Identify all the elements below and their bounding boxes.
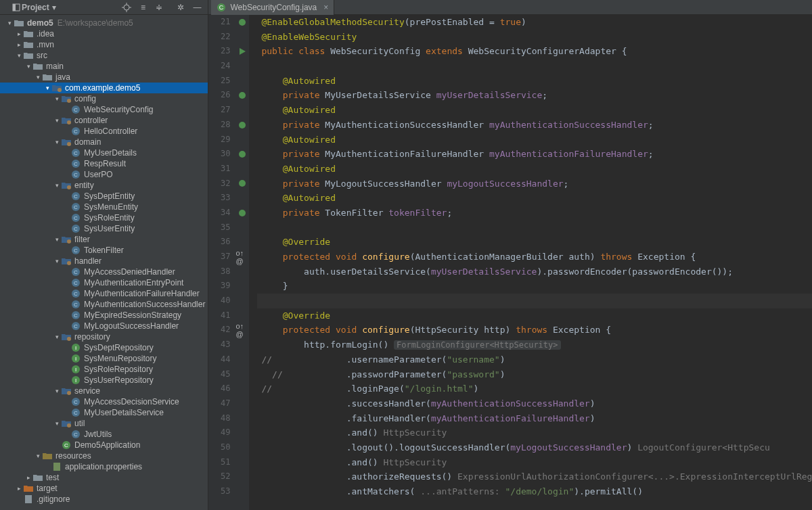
code-line-43[interactable]: http.formLogin() FormLoginConfigurer<Htt… xyxy=(257,338,812,352)
tree-item-userpo[interactable]: CUserPO xyxy=(0,169,208,180)
hide-icon[interactable]: — xyxy=(191,2,202,13)
collapse-all-icon[interactable]: ≑ xyxy=(154,2,164,13)
code-line-48[interactable]: .failureHandler(myAuthenticationFailureH… xyxy=(257,411,812,426)
code-line-35[interactable] xyxy=(257,221,812,235)
code-line-25[interactable]: @Autowired xyxy=(257,74,812,89)
tree-item-handler[interactable]: ▾handler xyxy=(0,256,208,266)
editor-tab[interactable]: C WebSecurityConfig.java × xyxy=(211,0,334,15)
code-line-51[interactable]: .and() HttpSecurity xyxy=(257,455,812,470)
code-line-27[interactable]: @Autowired xyxy=(257,103,812,118)
code-line-32[interactable]: private MyLogoutSuccessHandler myLogoutS… xyxy=(257,177,812,191)
tree-item-myaccessdecisionservice[interactable]: CMyAccessDecisionService xyxy=(0,396,208,407)
code-line-38[interactable]: auth.userDetailsService(myUserDetailsSer… xyxy=(257,264,812,279)
gutter-icon-line-28[interactable] xyxy=(235,118,249,133)
code-line-21[interactable]: @EnableGlobalMethodSecurity(prePostEnabl… xyxy=(257,15,812,30)
tab-close-icon[interactable]: × xyxy=(323,3,328,12)
tree-item-com-example-demo5[interactable]: ▾com.example.demo5 xyxy=(0,83,208,93)
tree-item-repository[interactable]: ▾repository xyxy=(0,331,208,342)
code-line-24[interactable] xyxy=(257,59,812,74)
tree-item-mylogoutsuccesshandler[interactable]: CMyLogoutSuccessHandler xyxy=(0,321,208,331)
tree-item-entity[interactable]: ▾entity xyxy=(0,180,208,191)
code-line-22[interactable]: @EnableWebSecurity xyxy=(257,30,812,45)
code-line-40[interactable] xyxy=(257,294,812,308)
code-line-34[interactable]: private TokenFilter tokenFilter; xyxy=(257,206,812,221)
tree-item-domain[interactable]: ▾domain xyxy=(0,137,208,147)
code-area[interactable]: @EnableGlobalMethodSecurity(prePostEnabl… xyxy=(249,15,812,510)
tree-item-filter[interactable]: ▾filter xyxy=(0,234,208,245)
gutter-icon-line-21[interactable] xyxy=(235,15,249,30)
tree-item--mvn[interactable]: ▸.mvn xyxy=(0,39,208,50)
code-line-39[interactable]: } xyxy=(257,279,812,294)
locate-icon[interactable] xyxy=(121,2,132,13)
code-line-41[interactable]: @Override xyxy=(257,308,812,323)
gutter-icon-line-37[interactable]: o↑ @ xyxy=(235,250,249,264)
tree-item-java[interactable]: ▾java xyxy=(0,72,208,83)
tree-item-sysdeptentity[interactable]: CSysDeptEntity xyxy=(0,191,208,202)
tree-item-sysuserentity[interactable]: CSysUserEntity xyxy=(0,223,208,234)
code-line-30[interactable]: private MyAuthenticationFailureHandler m… xyxy=(257,147,812,162)
tree-item-demo5[interactable]: ▾demo5E:\workspace\demo5 xyxy=(0,18,208,28)
code-line-46[interactable]: // .loginPage("/login.html") xyxy=(257,381,812,396)
expand-all-icon[interactable]: ≡ xyxy=(137,2,148,13)
gutter-icon-line-23[interactable] xyxy=(235,44,249,59)
gutter-icon-line-34[interactable] xyxy=(235,206,249,221)
tree-item-sysmenurepository[interactable]: ISysMenuRepository xyxy=(0,353,208,364)
code-line-23[interactable]: public class WebSecurityConfig extends W… xyxy=(257,44,812,59)
project-tool-icon[interactable] xyxy=(11,2,22,13)
settings-icon[interactable]: ✲ xyxy=(175,2,186,13)
tree-item-sysrolerepository[interactable]: ISysRoleRepository xyxy=(0,364,208,375)
code-line-28[interactable]: private MyAuthenticationSuccessHandler m… xyxy=(257,118,812,133)
tree-item--gitignore[interactable]: .gitignore xyxy=(0,494,208,505)
tree-item-myuserdetailsservice[interactable]: CMyUserDetailsService xyxy=(0,407,208,418)
code-line-33[interactable]: @Autowired xyxy=(257,191,812,206)
code-line-26[interactable]: private MyUserDetailsService myUserDetai… xyxy=(257,88,812,103)
tree-item-myauthenticationsuccesshandler[interactable]: CMyAuthenticationSuccessHandler xyxy=(0,299,208,310)
tree-item-sysuserrepository[interactable]: ISysUserRepository xyxy=(0,375,208,386)
tree-item-application-properties[interactable]: application.properties xyxy=(0,461,208,472)
project-label[interactable]: Project xyxy=(22,3,49,12)
code-line-47[interactable]: .successHandler(myAuthenticationSuccessH… xyxy=(257,396,812,411)
tree-item-resources[interactable]: ▾resources xyxy=(0,450,208,461)
tree-item-hellocontroller[interactable]: CHelloController xyxy=(0,126,208,137)
tree-item-src[interactable]: ▾src xyxy=(0,50,208,61)
gutter-icons[interactable]: o↑ @o↑ @ xyxy=(235,15,249,510)
code-line-53[interactable]: .antMatchers( ...antPatterns: "/demo/log… xyxy=(257,484,812,499)
gutter-icon-line-30[interactable] xyxy=(235,147,249,162)
gutter-icon-line-42[interactable]: o↑ @ xyxy=(235,323,249,338)
code-line-31[interactable]: @Autowired xyxy=(257,162,812,177)
tree-item-respresult[interactable]: CRespResult xyxy=(0,158,208,169)
project-dropdown-icon[interactable]: ▾ xyxy=(52,3,56,12)
tree-item-target[interactable]: ▸target xyxy=(0,483,208,494)
tree-item-myuserdetails[interactable]: CMyUserDetails xyxy=(0,147,208,158)
editor-viewport[interactable]: 2122232425262728293031323334353637383940… xyxy=(208,15,812,510)
tree-item-myauthenticationentrypoint[interactable]: CMyAuthenticationEntryPoint xyxy=(0,277,208,288)
tree-item-myauthenticationfailurehandler[interactable]: CMyAuthenticationFailureHandler xyxy=(0,288,208,299)
tree-item-myaccessdeniedhandler[interactable]: CMyAccessDeniedHandler xyxy=(0,266,208,277)
tree-item-jwtutils[interactable]: CJwtUtils xyxy=(0,429,208,440)
tree-item-service[interactable]: ▾service xyxy=(0,386,208,396)
code-line-44[interactable]: // .usernameParameter("username") xyxy=(257,352,812,367)
tree-item-main[interactable]: ▾main xyxy=(0,61,208,72)
tree-item-sysmenuentity[interactable]: CSysMenuEntity xyxy=(0,202,208,212)
tree-item-websecurityconfig[interactable]: CWebSecurityConfig xyxy=(0,104,208,115)
tree-item-tokenfilter[interactable]: CTokenFilter xyxy=(0,245,208,256)
tree-item-controller[interactable]: ▾controller xyxy=(0,115,208,126)
code-line-52[interactable]: .authorizeRequests() ExpressionUrlAuthor… xyxy=(257,469,812,484)
tree-item-demo5application[interactable]: CDemo5Application xyxy=(0,440,208,450)
code-line-45[interactable]: // .passwordParameter("password") xyxy=(257,367,812,382)
tree-item--idea[interactable]: ▸.idea xyxy=(0,28,208,39)
tree-item-sysroleentity[interactable]: CSysRoleEntity xyxy=(0,212,208,223)
tree-item-sysdeptrepository[interactable]: ISysDeptRepository xyxy=(0,342,208,353)
gutter-icon-line-26[interactable] xyxy=(235,88,249,103)
code-line-42[interactable]: protected void configure(HttpSecurity ht… xyxy=(257,323,812,338)
tree-item-util[interactable]: ▾util xyxy=(0,418,208,429)
tree-item-test[interactable]: ▸test xyxy=(0,472,208,483)
code-line-36[interactable]: @Override xyxy=(257,235,812,250)
code-line-37[interactable]: protected void configure(AuthenticationM… xyxy=(257,250,812,264)
code-line-49[interactable]: .and() HttpSecurity xyxy=(257,425,812,440)
code-line-50[interactable]: .logout().logoutSuccessHandler(myLogoutS… xyxy=(257,440,812,455)
tree-item-myexpiredsessionstrategy[interactable]: CMyExpiredSessionStrategy xyxy=(0,310,208,321)
code-line-29[interactable]: @Autowired xyxy=(257,133,812,147)
tree-item-config[interactable]: ▾config xyxy=(0,93,208,104)
project-tree[interactable]: ▾demo5E:\workspace\demo5▸.idea▸.mvn▾src▾… xyxy=(0,15,208,510)
